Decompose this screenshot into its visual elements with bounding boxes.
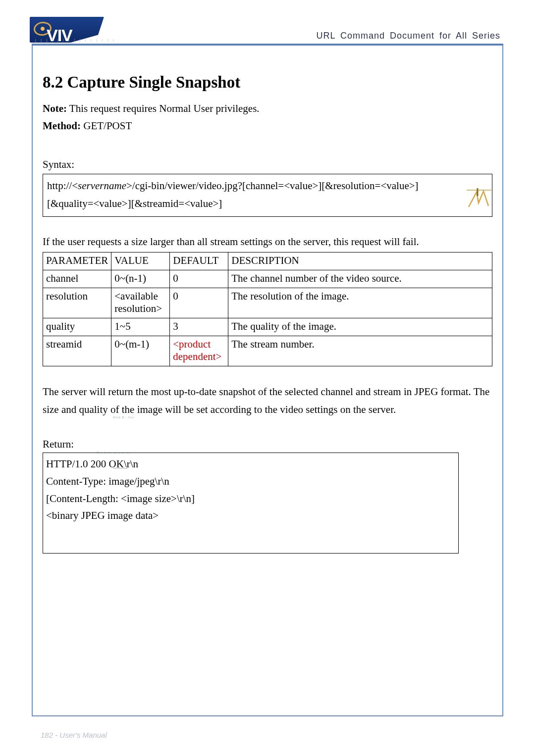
- cell-value: 0~(n-1): [111, 270, 170, 288]
- syntax-box: http://<servername>/cgi-bin/viewer/video…: [43, 174, 492, 217]
- syntax-1b: servername: [78, 180, 126, 192]
- header-title: URL Command Document for All Series: [317, 31, 500, 41]
- cell-param: streamid: [43, 336, 111, 366]
- intro-fail-text: If the user requests a size larger than …: [43, 234, 492, 250]
- content-area: 8.2 Capture Single Snapshot Note: This r…: [43, 73, 492, 706]
- table-row: channel 0~(n-1) 0 The channel number of …: [43, 270, 492, 288]
- method-line: Method: GET/POST: [43, 118, 492, 134]
- return-label: Return:: [43, 438, 492, 451]
- syntax-label: Syntax:: [43, 158, 492, 171]
- body-paragraph: The server will return the most up-to-da…: [43, 383, 492, 418]
- return-box: HTTP/1.0 200 OK\r\n Content-Type: image/…: [43, 453, 459, 554]
- cell-param: channel: [43, 270, 111, 288]
- note-text: This request requires Normal User privil…: [67, 102, 260, 114]
- cell-value: <available resolution>: [111, 288, 170, 318]
- cell-param: quality: [43, 318, 111, 336]
- th-default: DEFAULT: [170, 252, 228, 270]
- page-footer: 182 - User's Manual: [41, 731, 107, 739]
- cell-value: 1~5: [111, 318, 170, 336]
- page-root: V With B / file Flash .com n m .j URL Co…: [0, 0, 535, 756]
- return-line: [Content-Length: <image size>\r\n]: [46, 490, 455, 507]
- syntax-line-1: http://<servername>/cgi-bin/viewer/video…: [47, 177, 488, 195]
- note-label: Note:: [43, 102, 67, 114]
- table-row: streamid 0~(m-1) <product dependent> The…: [43, 336, 492, 366]
- return-line: HTTP/1.0 200 OK\r\n: [46, 455, 455, 473]
- cell-default-red: <product dependent>: [170, 336, 228, 366]
- content-frame: 8.2 Capture Single Snapshot Note: This r…: [32, 44, 503, 716]
- cell-desc: The resolution of the image.: [228, 288, 492, 318]
- th-value: VALUE: [111, 252, 170, 270]
- logo-stripes: | | | | | | | | | | | | | | | | | |: [35, 39, 119, 45]
- method-label: Method:: [43, 120, 81, 132]
- th-description: DESCRIPTION: [228, 252, 492, 270]
- syntax-line-2: [&quality=<value>][&streamid=<value>]: [47, 195, 488, 213]
- th-parameter: PARAMETER: [43, 252, 111, 270]
- cell-desc: The stream number.: [228, 336, 492, 366]
- cell-desc: The quality of the image.: [228, 318, 492, 336]
- note-line: Note: This request requires Normal User …: [43, 101, 492, 117]
- cell-default: 0: [170, 288, 228, 318]
- syntax-1c: >/cgi-bin/viewer/video.jpg?[channel=<val…: [126, 180, 419, 192]
- return-line: Content-Type: image/jpeg\r\n: [46, 473, 455, 490]
- syntax-1a: http://<: [47, 180, 78, 192]
- cell-desc: The channel number of the video source.: [228, 270, 492, 288]
- parameter-table: PARAMETER VALUE DEFAULT DESCRIPTION chan…: [43, 252, 492, 366]
- brand-logo: VIV | | | | | | | | | | | | | | | | | |: [30, 17, 119, 49]
- cell-default: 3: [170, 318, 228, 336]
- table-row: quality 1~5 3 The quality of the image.: [43, 318, 492, 336]
- section-title: 8.2 Capture Single Snapshot: [43, 73, 492, 92]
- cell-value: 0~(m-1): [111, 336, 170, 366]
- cell-default: 0: [170, 270, 228, 288]
- return-line: <binary JPEG image data>: [46, 507, 455, 524]
- table-header-row: PARAMETER VALUE DEFAULT DESCRIPTION: [43, 252, 492, 270]
- method-text: GET/POST: [81, 120, 132, 132]
- cell-param: resolution: [43, 288, 111, 318]
- table-row: resolution <available resolution> 0 The …: [43, 288, 492, 318]
